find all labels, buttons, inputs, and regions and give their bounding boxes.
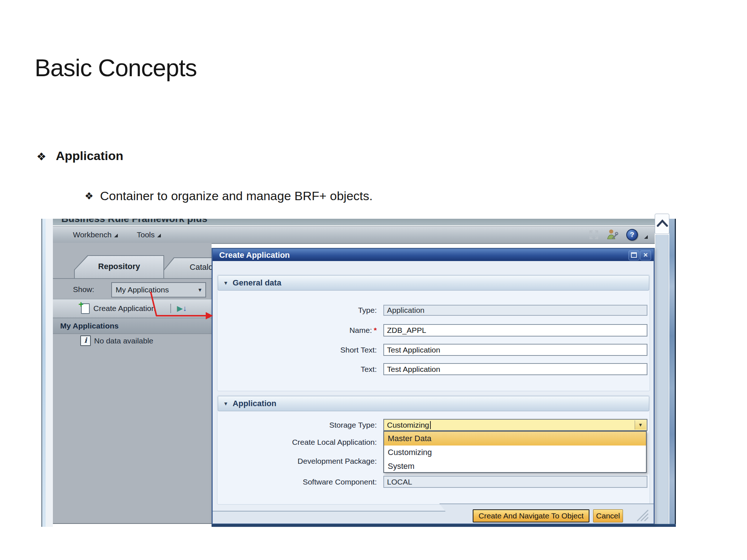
help-menu-triangle-icon[interactable] (644, 235, 648, 239)
section-application[interactable]: ▼ Application (218, 396, 649, 411)
scroll-up-icon (658, 221, 667, 226)
bullet-text: Container to organize and manage BRF+ ob… (100, 189, 373, 203)
text-input[interactable]: Test Application (383, 363, 647, 375)
type-label: Type: (213, 305, 377, 316)
diamond-bullet-icon: ❖ (36, 150, 46, 163)
bullet-container: ❖ Container to organize and manage BRF+ … (85, 189, 373, 203)
window-bottom-bar (212, 524, 676, 527)
diamond-bullet-icon: ❖ (85, 190, 93, 202)
option-master-data[interactable]: Master Data (384, 432, 646, 446)
collapse-triangle-icon: ▼ (223, 280, 228, 286)
storage-type-combobox[interactable]: Customizing ▼ (383, 419, 647, 431)
storage-type-option-list: Master Data Customizing System (383, 431, 647, 473)
show-dropdown-value: My Applications (116, 283, 169, 297)
bullet-application: ❖ Application (36, 149, 123, 163)
new-document-icon: + (81, 303, 90, 314)
maximize-button[interactable] (628, 250, 639, 260)
text-label: Text: (213, 363, 377, 375)
page-title: Basic Concepts (35, 54, 197, 82)
panel-toolbar: + Create Application ▶ ↓ (53, 299, 212, 318)
show-dropdown[interactable]: My Applications ▼ (111, 282, 206, 298)
show-label: Show: (73, 281, 94, 298)
software-component-field: LOCAL (383, 476, 647, 488)
required-marker: * (374, 326, 377, 334)
scrollbar-track[interactable] (655, 235, 669, 524)
maximize-icon (631, 252, 637, 258)
combobox-dropdown-button[interactable]: ▼ (635, 420, 646, 429)
software-component-label: Software Component: (213, 476, 377, 488)
window-right-border (669, 219, 675, 527)
menu-triangle-icon (157, 234, 161, 237)
my-applications-header: My Applications (53, 318, 212, 334)
window-left-border (46, 219, 53, 527)
option-customizing[interactable]: Customizing (384, 446, 646, 459)
create-application-button[interactable]: + Create Application (81, 299, 155, 318)
menu-triangle-icon (114, 234, 118, 237)
empty-message: No data available (94, 335, 153, 346)
short-text-input[interactable]: Test Application (383, 344, 647, 356)
create-local-application-label: Create Local Application: (213, 436, 377, 448)
panel-bottom-edge (53, 523, 212, 524)
resize-grip[interactable] (631, 508, 650, 522)
text-cursor (430, 421, 431, 429)
chevron-down-icon: ▼ (638, 422, 643, 428)
help-icon[interactable]: ? (626, 229, 638, 241)
close-icon: ✕ (643, 252, 648, 258)
window-title: Business Rule Framework plus (53, 219, 655, 225)
info-icon: i (80, 335, 91, 346)
dialog-title: Create Application (213, 249, 654, 261)
create-and-navigate-button[interactable]: Create And Navigate To Object (473, 509, 589, 522)
type-field: Application (383, 305, 647, 316)
slide: Basic Concepts ❖ Application ❖ Container… (0, 0, 747, 560)
scroll-up-button[interactable] (655, 214, 669, 234)
toolbar-separator (170, 304, 171, 313)
menu-bar: Workbench Tools ? (53, 226, 655, 244)
short-text-label: Short Text: (213, 344, 377, 356)
brfplus-screenshot: Business Rule Framework plus Workbench T… (41, 219, 676, 527)
close-button[interactable]: ✕ (640, 250, 651, 260)
development-package-label: Development Package: (213, 455, 377, 467)
sort-button[interactable]: ▶ ↓ (177, 299, 187, 318)
user-personalization-icon[interactable] (606, 228, 618, 241)
play-triangle-icon: ▶ (177, 304, 183, 313)
screenshot-right-edge (675, 219, 676, 527)
tab-repository[interactable]: Repository (74, 255, 164, 279)
storage-type-label: Storage Type: (213, 419, 377, 431)
create-application-dialog: Create Application ✕ ▼ General data Type… (212, 248, 655, 524)
tab-divider (53, 278, 212, 279)
down-arrow-icon: ↓ (183, 304, 187, 313)
expand-icon[interactable] (588, 229, 600, 241)
window-left-border (42, 219, 46, 527)
menu-tools[interactable]: Tools (137, 226, 161, 243)
name-input[interactable]: ZDB_APPL (383, 324, 647, 337)
name-label: Name:* (213, 324, 377, 337)
collapse-triangle-icon: ▼ (223, 401, 228, 407)
cancel-button[interactable]: Cancel (593, 509, 623, 522)
menu-workbench[interactable]: Workbench (73, 226, 118, 243)
chevron-down-icon: ▼ (197, 283, 202, 297)
section-general-data[interactable]: ▼ General data (218, 275, 649, 291)
bullet-text: Application (56, 149, 123, 163)
option-system[interactable]: System (384, 459, 646, 473)
